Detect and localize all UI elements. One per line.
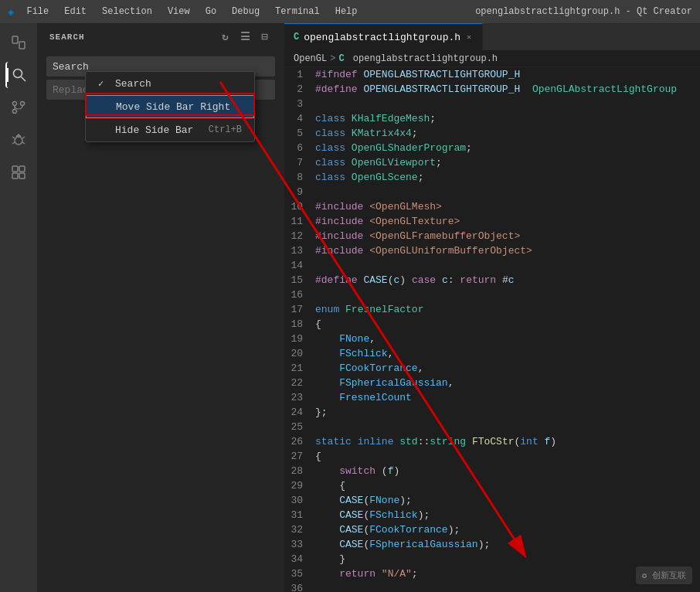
- app-icon: ◈: [8, 5, 14, 19]
- code-line: 5 class KMatrix4x4;: [284, 126, 700, 141]
- svg-point-4: [13, 102, 17, 106]
- svg-rect-15: [19, 166, 25, 172]
- svg-rect-16: [12, 173, 18, 179]
- code-line: 4 class KHalfEdgeMesh;: [284, 111, 700, 126]
- context-menu: ✓ Search ✓ Move Side Bar Right ✓ Hide Si…: [85, 71, 255, 142]
- code-line: 28 switch (f): [284, 464, 700, 478]
- tab-bar: C openglabstractlightgroup.h ✕: [284, 23, 700, 50]
- editor-area: C openglabstractlightgroup.h ✕ OpenGL > …: [284, 23, 700, 592]
- activity-icon-source-control[interactable]: [5, 94, 32, 121]
- activity-icon-search[interactable]: [5, 62, 32, 88]
- svg-line-3: [22, 77, 26, 82]
- svg-line-13: [22, 142, 25, 144]
- breadcrumb: OpenGL > C openglabstractlightgroup.h: [284, 50, 700, 67]
- menu-file[interactable]: File: [20, 5, 55, 19]
- clear-results-icon[interactable]: ☰: [237, 29, 254, 45]
- code-line: 21 FCookTorrance,: [284, 361, 700, 376]
- tab-filename: openglabstractlightgroup.h: [304, 32, 460, 43]
- editor-tab[interactable]: C openglabstractlightgroup.h ✕: [284, 23, 483, 50]
- collapse-all-icon[interactable]: ⊟: [259, 29, 272, 45]
- breadcrumb-sep: >: [330, 53, 335, 64]
- activity-icon-explorer[interactable]: [5, 29, 32, 56]
- title-bar: ◈ File Edit Selection View Go Debug Term…: [0, 0, 700, 23]
- code-line: 7 class OpenGLViewport;: [284, 155, 700, 170]
- breadcrumb-part-2[interactable]: C openglabstractlightgroup.h: [338, 53, 498, 64]
- breadcrumb-file-icon: C: [338, 53, 344, 64]
- main-layout: Search ↻ ☰ ⊟ ✓ Search ✓ Move Side Bar: [0, 23, 700, 592]
- code-line: 3: [284, 97, 700, 111]
- code-line: 1 #ifndef OPENGLABSTRACTLIGHTGROUP_H: [284, 67, 700, 82]
- breadcrumb-filename: openglabstractlightgroup.h: [353, 53, 498, 64]
- dropdown-item-search[interactable]: ✓ Search: [86, 72, 254, 95]
- svg-rect-0: [12, 36, 18, 43]
- sidebar: Search ↻ ☰ ⊟ ✓ Search ✓ Move Side Bar: [37, 23, 284, 592]
- code-line: 13 #include <OpenGLUniformBufferObject>: [284, 243, 700, 258]
- activity-icon-extensions[interactable]: [5, 159, 32, 185]
- menu-help[interactable]: Help: [329, 5, 364, 19]
- code-editor[interactable]: 1 #ifndef OPENGLABSTRACTLIGHTGROUP_H 2 #…: [284, 67, 700, 592]
- svg-point-8: [15, 137, 22, 145]
- svg-point-6: [13, 110, 17, 114]
- menu-selection[interactable]: Selection: [96, 5, 158, 19]
- tab-close-icon[interactable]: ✕: [465, 31, 473, 43]
- code-line: 17 enum FresnelFactor: [284, 302, 700, 317]
- code-line: 30 CASE(FNone);: [284, 493, 700, 508]
- svg-line-10: [12, 137, 15, 138]
- menu-view[interactable]: View: [161, 5, 196, 19]
- sidebar-title: Search: [49, 32, 85, 42]
- menu-edit[interactable]: Edit: [58, 5, 93, 19]
- breadcrumb-part-1[interactable]: OpenGL: [294, 53, 327, 64]
- menu-terminal[interactable]: Terminal: [269, 5, 326, 19]
- code-line: 29 {: [284, 478, 700, 493]
- code-line: 18 {: [284, 317, 700, 332]
- code-line: 19 FNone,: [284, 332, 700, 346]
- code-line: 23 FresnelCount: [284, 390, 700, 405]
- dropdown-label-move-sidebar: Move Side Bar Right: [116, 101, 230, 113]
- menu-debug[interactable]: Debug: [226, 5, 266, 19]
- code-line: 31 CASE(FSchlick);: [284, 508, 700, 522]
- menu-go[interactable]: Go: [199, 5, 223, 19]
- code-line: 34 }: [284, 552, 700, 566]
- code-line: 32 CASE(FCookTorrance);: [284, 522, 700, 537]
- code-line: 9: [284, 185, 700, 199]
- code-line: 2 #define OPENGLABSTRACTLIGHTGROUP_H Ope…: [284, 82, 700, 97]
- svg-line-11: [22, 137, 25, 138]
- code-line: 26 static inline std::string FToCStr(int…: [284, 434, 700, 449]
- shortcut-label: Ctrl+B: [209, 124, 242, 135]
- svg-rect-1: [19, 42, 25, 49]
- activity-icon-debug[interactable]: [5, 127, 32, 153]
- checkmark-icon: ✓: [98, 78, 109, 90]
- menu-bar: File Edit Selection View Go Debug Termin…: [20, 5, 363, 19]
- svg-point-2: [14, 70, 22, 78]
- code-line: 6 class OpenGLShaderProgram;: [284, 141, 700, 155]
- refresh-icon[interactable]: ↻: [219, 29, 232, 45]
- code-line: 24 };: [284, 405, 700, 420]
- code-line: 8 class OpenGLScene;: [284, 170, 700, 185]
- dropdown-label-search: Search: [115, 78, 151, 90]
- svg-line-12: [12, 142, 15, 144]
- svg-point-5: [21, 102, 25, 106]
- code-line: 11 #include <OpenGLTexture>: [284, 214, 700, 229]
- code-line: 15 #define CASE(c) case c: return #c: [284, 273, 700, 287]
- code-line: 16: [284, 287, 700, 302]
- activity-bar: [0, 23, 37, 592]
- sidebar-header: Search ↻ ☰ ⊟: [37, 23, 284, 50]
- code-line: 33 CASE(FSphericalGaussian);: [284, 537, 700, 552]
- dropdown-item-move-sidebar[interactable]: ✓ Move Side Bar Right: [86, 95, 254, 118]
- dropdown-label-hide-sidebar: Hide Side Bar: [115, 124, 193, 136]
- dropdown-item-hide-sidebar[interactable]: ✓ Hide Side Bar Ctrl+B: [86, 118, 254, 141]
- code-line: 10 #include <OpenGLMesh>: [284, 199, 700, 214]
- code-line: 27 {: [284, 449, 700, 464]
- code-line: 12 #include <OpenGLFramebufferObject>: [284, 229, 700, 243]
- tab-file-icon: C: [294, 32, 299, 43]
- code-line: 20 FSchlick,: [284, 346, 700, 361]
- window-title: openglabstractlightgroup.h - Qt Creator: [475, 6, 692, 17]
- watermark: ✪ 创新互联: [636, 566, 692, 584]
- sidebar-header-icons: ↻ ☰ ⊟: [219, 29, 272, 45]
- svg-rect-14: [12, 166, 18, 172]
- code-line: 25: [284, 420, 700, 434]
- code-line: 22 FSphericalGaussian,: [284, 376, 700, 390]
- svg-rect-17: [19, 173, 25, 179]
- code-line: 14: [284, 258, 700, 273]
